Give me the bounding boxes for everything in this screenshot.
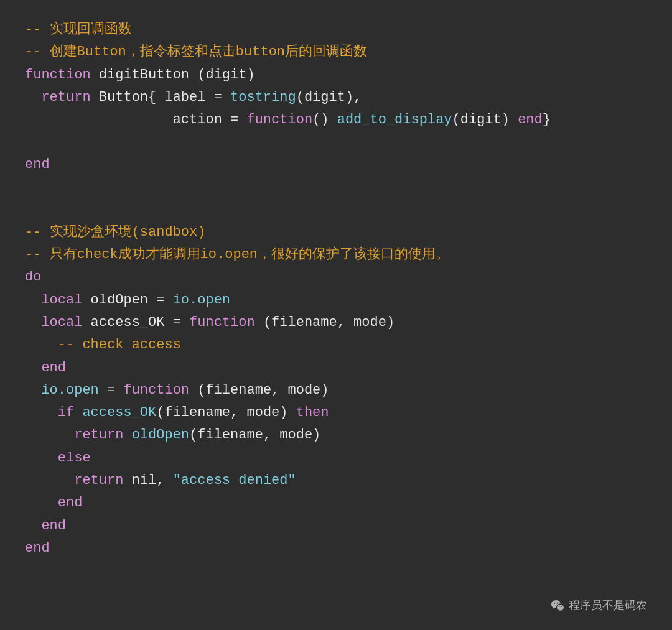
code-line-20: end [25,515,647,537]
code-line-8: -- 只有check成功才能调用io.open，很好的保护了该接口的使用。 [25,244,647,266]
code-line-5: action = function() add_to_display(digit… [25,109,647,131]
code-line-4: return Button{ label = tostring(digit), [25,86,647,109]
code-line-1: -- 实现回调函数 [25,19,647,41]
code-line-12: -- check access [25,334,647,356]
code-line-3: function digitButton (digit) [25,64,647,86]
code-container: -- 实现回调函数 -- 创建Button，指令标签和点击button后的回调函… [0,0,672,630]
code-line-21: end [25,537,647,560]
blank-1 [25,131,647,154]
code-line-9: do [25,266,647,289]
code-line-17: else [25,447,647,470]
code-line-19: end [25,492,647,514]
watermark: 程序员不是码农 [550,598,647,613]
code-line-16: return oldOpen(filename, mode) [25,424,647,447]
watermark-text: 程序员不是码农 [569,598,647,613]
code-line-15: if access_OK(filename, mode) then [25,402,647,424]
code-line-2: -- 创建Button，指令标签和点击button后的回调函数 [25,41,647,63]
code-line-7: -- 实现沙盒环境(sandbox) [25,221,647,244]
code-line-14: io.open = function (filename, mode) [25,379,647,402]
blank-2 [25,177,647,199]
blank-3 [25,199,647,221]
wechat-icon [550,598,565,613]
code-line-10: local oldOpen = io.open [25,289,647,312]
code-line-11: local access_OK = function (filename, mo… [25,312,647,334]
code-line-6: end [25,154,647,176]
code-line-18: return nil, "access denied" [25,470,647,492]
code-line-13: end [25,357,647,379]
